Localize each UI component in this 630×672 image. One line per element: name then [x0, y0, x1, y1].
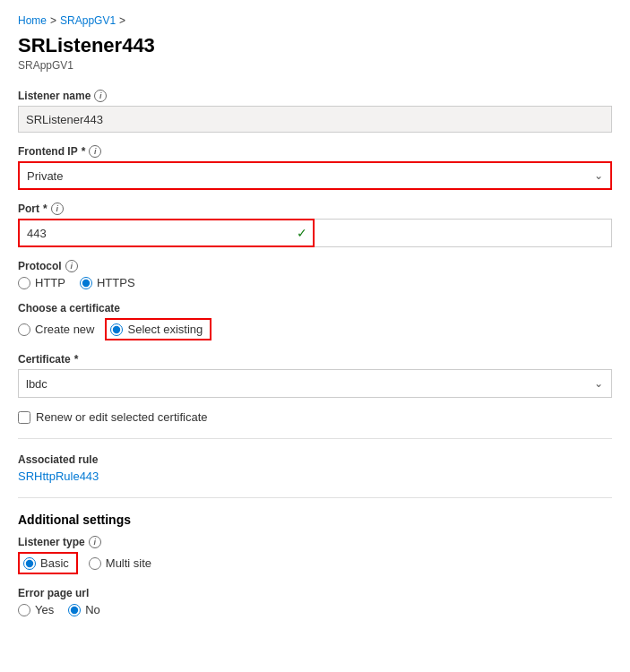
select-existing-option[interactable]: Select existing: [105, 318, 211, 340]
renew-cert-label: Renew or edit selected certificate: [36, 410, 207, 424]
create-new-label: Create new: [35, 323, 94, 336]
port-row: ✓: [18, 219, 612, 247]
select-existing-label: Select existing: [127, 323, 203, 336]
listener-multisite-option[interactable]: Multi site: [89, 556, 151, 570]
frontend-ip-group: Frontend IP * i Private Public ⌄: [18, 145, 612, 190]
listener-name-info-icon[interactable]: i: [94, 90, 107, 102]
frontend-ip-label: Frontend IP * i: [18, 145, 612, 158]
protocol-https-radio[interactable]: [80, 277, 92, 289]
listener-type-info-icon[interactable]: i: [89, 536, 101, 548]
frontend-ip-select[interactable]: Private Public: [18, 161, 612, 190]
protocol-radio-group: HTTP HTTPS: [18, 276, 612, 289]
additional-settings-section: Additional settings Listener type i Basi…: [18, 513, 612, 616]
create-new-option[interactable]: Create new: [18, 323, 94, 336]
cert-choice-group: Create new Select existing: [18, 318, 612, 340]
page-title: SRListener443: [18, 34, 612, 57]
protocol-https-option[interactable]: HTTPS: [80, 276, 135, 289]
listener-multisite-radio[interactable]: [89, 557, 101, 570]
port-valid-icon: ✓: [297, 226, 307, 240]
error-page-yes-option[interactable]: Yes: [18, 603, 54, 616]
error-page-no-label: No: [85, 603, 100, 616]
listener-type-group: Listener type i Basic Multi site: [18, 536, 612, 574]
protocol-info-icon[interactable]: i: [65, 260, 78, 272]
protocol-http-label: HTTP: [35, 276, 65, 289]
listener-basic-label: Basic: [40, 556, 69, 570]
listener-name-input[interactable]: [18, 106, 612, 133]
choose-cert-label: Choose a certificate: [18, 302, 612, 314]
error-page-yes-label: Yes: [35, 603, 54, 616]
listener-basic-option[interactable]: Basic: [18, 552, 78, 574]
port-input-wrapper: ✓: [18, 219, 315, 247]
protocol-group: Protocol i HTTP HTTPS: [18, 260, 612, 289]
divider1: [18, 438, 612, 439]
breadcrumb-home[interactable]: Home: [18, 14, 47, 27]
error-page-radio-group: Yes No: [18, 603, 612, 616]
choose-cert-group: Choose a certificate Create new Select e…: [18, 302, 612, 340]
error-page-no-option[interactable]: No: [68, 603, 100, 616]
certificate-group: Certificate * lbdc ⌄: [18, 353, 612, 398]
protocol-label: Protocol i: [18, 260, 612, 272]
create-new-radio[interactable]: [18, 323, 30, 336]
breadcrumb: Home > SRAppGV1 >: [18, 14, 612, 27]
divider2: [18, 497, 612, 498]
port-right-field: [315, 219, 612, 247]
port-input[interactable]: [18, 219, 315, 247]
associated-rule-group: Associated rule SRHttpRule443: [18, 453, 612, 483]
frontend-ip-select-wrapper: Private Public ⌄: [18, 161, 612, 190]
listener-type-label: Listener type i: [18, 536, 612, 548]
certificate-label: Certificate *: [18, 353, 612, 366]
protocol-http-radio[interactable]: [18, 277, 30, 289]
error-page-no-radio[interactable]: [68, 604, 81, 616]
port-label: Port * i: [18, 202, 612, 215]
error-page-label: Error page url: [18, 587, 612, 599]
protocol-http-option[interactable]: HTTP: [18, 276, 65, 289]
port-info-icon[interactable]: i: [51, 202, 64, 215]
listener-multisite-label: Multi site: [106, 556, 151, 570]
page-subtitle: SRAppGV1: [18, 59, 612, 72]
certificate-select-wrapper: lbdc ⌄: [18, 369, 612, 398]
port-group: Port * i ✓: [18, 202, 612, 247]
error-page-yes-radio[interactable]: [18, 604, 30, 616]
breadcrumb-sep2: >: [119, 14, 125, 27]
listener-basic-radio[interactable]: [23, 557, 36, 570]
listener-name-label: Listener name i: [18, 90, 612, 102]
frontend-ip-info-icon[interactable]: i: [89, 145, 101, 158]
error-page-group: Error page url Yes No: [18, 587, 612, 616]
associated-rule-link[interactable]: SRHttpRule443: [18, 470, 99, 483]
renew-cert-row: Renew or edit selected certificate: [18, 410, 612, 424]
select-existing-radio[interactable]: [110, 323, 123, 336]
listener-name-group: Listener name i: [18, 90, 612, 133]
renew-cert-checkbox[interactable]: [18, 411, 30, 424]
additional-settings-heading: Additional settings: [18, 513, 612, 527]
certificate-select[interactable]: lbdc: [18, 369, 612, 398]
listener-type-radio-group: Basic Multi site: [18, 552, 612, 574]
breadcrumb-app[interactable]: SRAppGV1: [60, 14, 116, 27]
associated-rule-label: Associated rule: [18, 453, 612, 466]
breadcrumb-sep1: >: [50, 14, 56, 27]
protocol-https-label: HTTPS: [97, 276, 135, 289]
